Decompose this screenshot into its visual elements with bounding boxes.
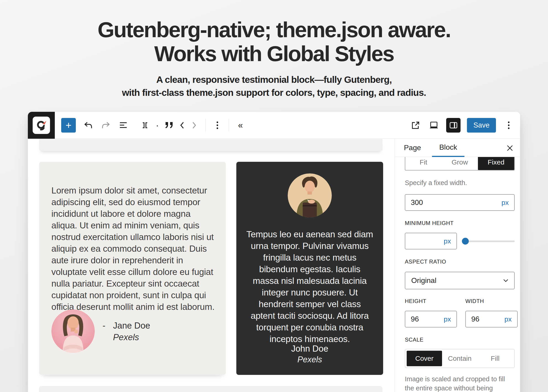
move-right-button[interactable] <box>189 120 199 131</box>
laptop-icon <box>429 122 438 129</box>
save-button[interactable]: Save <box>467 118 496 133</box>
testimonial-quote[interactable]: Lorem ipsum dolor sit amet, consectetur … <box>51 185 215 313</box>
list-view-icon <box>120 122 128 128</box>
avatar-john[interactable] <box>288 173 332 217</box>
avatar-jane[interactable] <box>51 309 95 353</box>
minimum-height-field: px <box>405 233 457 249</box>
quote-block-button[interactable] <box>164 120 175 131</box>
size-option-fixed[interactable]: Fixed <box>478 157 514 170</box>
settings-sidebar: Page Block Fit Grow Fixed Specify a fixe… <box>395 139 520 392</box>
scale-option-fill[interactable]: Fill <box>477 351 513 366</box>
testimonial-name[interactable]: Jane Doe <box>113 321 150 331</box>
aspect-ratio-label: ASPECT RATIO <box>405 259 515 265</box>
scale-option-contain[interactable]: Contain <box>442 351 477 366</box>
plugin-logo-icon <box>33 117 50 134</box>
plus-icon: + <box>65 119 71 131</box>
previous-block-partial[interactable] <box>39 139 383 151</box>
testimonial-name[interactable]: John Doe <box>236 344 383 354</box>
toolbar-divider <box>206 119 206 132</box>
scale-segmented-control: Cover Contain Fill <box>405 349 515 368</box>
double-chevron-left-icon: « <box>238 121 243 130</box>
slider-thumb[interactable] <box>462 238 469 245</box>
height-label: HEIGHT <box>405 298 457 304</box>
testimonial-source[interactable]: Pexels <box>113 332 150 342</box>
testimonial-quote[interactable]: Tempus leo eu aenean sed diam urna tempo… <box>245 228 374 345</box>
chevron-left-icon <box>180 122 184 129</box>
chevron-down-icon <box>503 279 508 282</box>
page: Gutenberg-native; theme.json aware. Work… <box>0 0 548 392</box>
view-site-button[interactable] <box>410 120 421 131</box>
block-type-icon <box>141 122 149 128</box>
drag-dot-icon: · <box>156 121 159 130</box>
undo-button[interactable] <box>83 120 94 131</box>
ellipsis-vertical-icon <box>508 121 510 129</box>
document-overview-button[interactable] <box>118 120 129 131</box>
minimum-height-control: px <box>405 233 515 249</box>
editor-options-button[interactable] <box>503 120 514 131</box>
site-logo-button[interactable] <box>28 112 55 139</box>
width-control: px <box>465 311 518 327</box>
page-title-line2: Works with Global Styles <box>154 42 394 66</box>
next-block-partial[interactable] <box>39 386 383 392</box>
editor-window: + <box>28 112 520 392</box>
height-input[interactable] <box>411 315 444 323</box>
scale-option-cover[interactable]: Cover <box>407 351 442 366</box>
page-title-line1: Gutenberg-native; theme.json aware. <box>98 18 450 42</box>
sidebar-panel-icon <box>450 122 457 128</box>
collapse-toolbar-button[interactable]: « <box>235 120 246 131</box>
chevron-right-icon <box>192 122 197 129</box>
fixed-width-help: Specify a fixed width. <box>405 178 515 187</box>
slider-track[interactable] <box>464 240 515 242</box>
testimonial-card-dark[interactable]: Tempus leo eu aenean sed diam urna tempo… <box>236 162 383 375</box>
minimum-height-slider[interactable] <box>462 238 515 245</box>
redo-button[interactable] <box>100 120 111 131</box>
width-unit[interactable]: px <box>504 315 512 323</box>
quote-icon <box>165 122 174 129</box>
external-link-icon <box>412 121 420 129</box>
scale-label: SCALE <box>405 336 515 343</box>
ellipsis-vertical-icon <box>216 121 218 129</box>
testimonial-source[interactable]: Pexels <box>236 355 383 364</box>
toolbar-right-group: Save <box>403 118 514 133</box>
fixed-width-control: px <box>405 194 515 211</box>
block-options-button[interactable] <box>212 120 223 131</box>
close-sidebar-button[interactable] <box>505 143 515 153</box>
height-control: px <box>405 311 457 327</box>
minimum-height-unit[interactable]: px <box>444 237 451 245</box>
attribution-dash: - <box>102 321 113 331</box>
undo-icon <box>84 122 92 129</box>
settings-panel-toggle[interactable] <box>446 118 461 133</box>
preview-device-button[interactable] <box>428 120 439 131</box>
tab-block[interactable]: Block <box>432 139 464 157</box>
block-toolbar-group: · <box>138 119 246 132</box>
tab-page[interactable]: Page <box>404 139 421 157</box>
fixed-width-input[interactable] <box>411 198 501 207</box>
scale-help: Image is scaled and cropped to fill the … <box>405 374 515 392</box>
dimensions-row: HEIGHT px WIDTH px <box>405 289 515 327</box>
page-subtitle-line1: A clean, responsive testimonial block—fu… <box>156 74 391 85</box>
minimum-height-input[interactable] <box>411 237 444 245</box>
aspect-ratio-select[interactable]: Original <box>405 272 515 289</box>
size-segmented-control: Fit Grow Fixed <box>405 157 515 170</box>
testimonial-attribution: - Jane Doe Pexels <box>102 321 150 342</box>
toolbar-left-group: + <box>61 118 129 133</box>
size-option-fit[interactable]: Fit <box>405 157 441 170</box>
page-title: Gutenberg-native; theme.json aware. Work… <box>0 18 548 65</box>
block-switcher-button[interactable] <box>140 120 150 131</box>
block-inserter-button[interactable]: + <box>61 118 76 133</box>
move-left-button[interactable] <box>177 120 187 131</box>
redo-icon <box>102 122 110 129</box>
toolbar-divider <box>228 119 229 132</box>
minimum-height-label: MINIMUM HEIGHT <box>405 220 515 226</box>
testimonial-card-light[interactable]: Lorem ipsum dolor sit amet, consectetur … <box>39 162 226 375</box>
size-option-grow[interactable]: Grow <box>441 157 478 170</box>
height-unit[interactable]: px <box>444 315 451 323</box>
fixed-width-unit[interactable]: px <box>501 199 509 206</box>
page-subtitle-line2: with first-class theme.json support for … <box>122 87 426 98</box>
width-label: WIDTH <box>465 298 518 304</box>
width-input[interactable] <box>471 315 504 323</box>
sidebar-body: Fit Grow Fixed Specify a fixed width. px… <box>395 157 520 392</box>
sidebar-header: Page Block <box>395 139 520 157</box>
drag-handle[interactable]: · <box>152 120 163 131</box>
close-icon <box>507 145 513 151</box>
